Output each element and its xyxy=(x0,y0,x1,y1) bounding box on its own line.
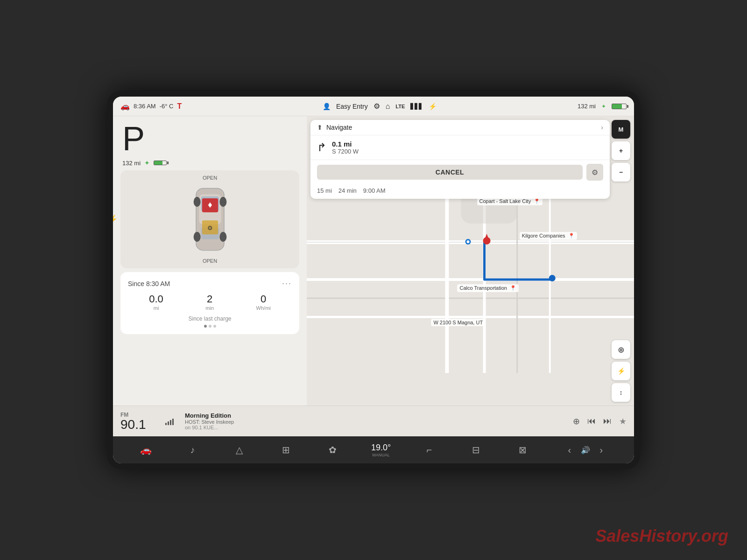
temperature-control: 19.0° MANUAL xyxy=(371,443,391,457)
stat-time-label: min xyxy=(205,305,214,311)
music-icon: ♪ xyxy=(190,445,195,455)
stat-distance-value: 0.0 xyxy=(149,293,163,305)
person-icon: 👤 xyxy=(323,103,331,110)
easy-entry-label[interactable]: Easy Entry xyxy=(336,103,368,110)
rear-defrost-icon: ⊟ xyxy=(472,444,480,455)
location-button[interactable]: ◎ xyxy=(612,340,630,359)
car-body-illustration: ♦ ⚙ xyxy=(187,184,233,254)
rear-defrost-button[interactable]: ⊟ xyxy=(468,444,485,455)
map-panel: Copart - Salt Lake City 📍 Kilgore Compan… xyxy=(307,116,634,406)
bottom-control-bar: 🚗 ♪ △ ⊞ ✿ 19.0° MANUAL ⌐ ⊟ xyxy=(113,436,634,463)
left-panel: P 132 mi ✦ OPEN OPEN xyxy=(113,116,307,406)
status-center: 👤 Easy Entry ⚙ ⌂ LTE ▋▋▋ ⚡ xyxy=(182,102,578,111)
battery-tip xyxy=(627,105,628,108)
page-dot-2 xyxy=(209,325,211,328)
seat-button[interactable]: ⌐ xyxy=(421,445,437,455)
audio-settings-button[interactable]: ⊕ xyxy=(573,416,580,427)
range-miles: 132 mi xyxy=(578,103,596,110)
media-show-name: Morning Edition xyxy=(185,412,565,419)
heat-button[interactable]: ⊞ xyxy=(278,444,295,455)
turn-arrow-icon: ↱ xyxy=(317,141,326,154)
temp-label: MANUAL xyxy=(372,453,390,457)
nav-actions-row: CANCEL ⚙ xyxy=(310,160,610,184)
front-defrost-button[interactable]: ⊠ xyxy=(514,444,531,455)
media-bar: FM 90.1 Morning Edition HOST: Steve Insk… xyxy=(113,406,634,436)
map-bottom-controls: ◎ ⚡ ↕ xyxy=(612,340,630,402)
car-button[interactable]: 🚗 xyxy=(137,444,154,455)
nav-time: 24 min xyxy=(338,187,357,194)
range-display: 132 mi xyxy=(122,160,141,167)
battery-inline xyxy=(154,161,167,165)
signal-bar-3 xyxy=(170,420,171,425)
nav-settings-button[interactable]: ⚙ xyxy=(586,164,603,181)
tesla-screen: 🚗 8:36 AM -6° C T 👤 Easy Entry ⚙ ⌂ LTE ▋… xyxy=(113,97,634,463)
page-dot-1 xyxy=(204,325,207,328)
charger-button[interactable]: ⚡ xyxy=(612,362,630,380)
cancel-button[interactable]: CANCEL xyxy=(317,165,583,180)
signal-bar-4 xyxy=(172,419,174,425)
copart-label: Copart - Salt Lake City xyxy=(479,198,531,204)
volume-down-button[interactable]: ‹ xyxy=(561,445,578,455)
park-label: P xyxy=(119,122,301,155)
map-label-calco: Calco Transportation 📍 xyxy=(457,284,519,292)
stat-time: 2 min xyxy=(205,293,214,311)
svg-point-4 xyxy=(193,197,200,207)
nav-miles: 15 mi xyxy=(317,187,332,194)
nav-chevron-icon[interactable]: › xyxy=(601,124,603,131)
stat-efficiency-label: Wh/mi xyxy=(256,305,271,311)
skip-back-button[interactable]: ⏮ xyxy=(587,416,596,426)
zoom-out-button[interactable]: − xyxy=(612,163,630,182)
favorite-button[interactable]: ★ xyxy=(619,416,627,427)
volume-up-button[interactable]: › xyxy=(593,445,610,455)
fm-info: FM 90.1 xyxy=(120,412,158,431)
signal-bar-2 xyxy=(168,421,169,425)
stat-distance: 0.0 mi xyxy=(149,293,163,311)
music-button[interactable]: ♪ xyxy=(184,445,201,455)
front-defrost-icon: ⊠ xyxy=(519,444,527,455)
svg-point-26 xyxy=(549,275,556,281)
copart-pin: 📍 xyxy=(534,198,540,204)
fan-button[interactable]: ✿ xyxy=(324,444,341,455)
fan-icon: ✿ xyxy=(329,444,337,455)
zoom-in-button[interactable]: + xyxy=(612,141,630,160)
status-time: 8:36 AM xyxy=(134,103,156,110)
svg-point-5 xyxy=(219,197,226,207)
nav-header-row: ⬆ Navigate › xyxy=(310,120,610,135)
charge-menu-dots[interactable]: ··· xyxy=(282,279,292,288)
direction-distance: 0.1 mi xyxy=(332,140,359,148)
calco-label: Calco Transportation xyxy=(459,285,507,291)
door-open-top: OPEN xyxy=(203,175,217,181)
navigation-button[interactable]: △ xyxy=(231,444,247,455)
svg-point-7 xyxy=(219,232,226,242)
status-bar: 🚗 8:36 AM -6° C T 👤 Easy Entry ⚙ ⌂ LTE ▋… xyxy=(113,97,634,116)
lte-badge: LTE xyxy=(395,104,405,109)
car-visualization: OPEN OPEN xyxy=(120,170,299,268)
svg-text:⚙: ⚙ xyxy=(207,224,213,231)
stat-time-value: 2 xyxy=(205,293,214,305)
charge-subtitle: Since last charge xyxy=(128,315,292,322)
svg-point-6 xyxy=(193,232,200,242)
charge-header: Since 8:30 AM ··· xyxy=(128,279,292,288)
settings-icon[interactable]: ⚙ xyxy=(374,102,380,111)
page-dot-3 xyxy=(213,325,216,328)
map-controls: M + − xyxy=(612,120,630,182)
battery-fill xyxy=(612,104,622,109)
map-label-w2100: W 2100 S Magna, UT xyxy=(431,319,485,326)
range-dot: ✦ xyxy=(144,159,150,167)
range-row: 132 mi ✦ xyxy=(119,159,301,167)
map-mode-button[interactable]: M xyxy=(612,120,630,139)
volume-icon: 🔊 xyxy=(581,446,590,455)
nav-direction-row: ↱ 0.1 mi S 7200 W xyxy=(310,135,610,160)
home-icon[interactable]: ⌂ xyxy=(386,102,390,111)
signal-bars xyxy=(165,418,174,425)
tesla-screen-frame: 🚗 8:36 AM -6° C T 👤 Easy Entry ⚙ ⌂ LTE ▋… xyxy=(107,91,640,469)
media-info: Morning Edition HOST: Steve Inskeep on 9… xyxy=(185,412,565,430)
volume-control: ‹ 🔊 › xyxy=(561,445,610,455)
nav-stats-row: 15 mi 24 min 9:00 AM xyxy=(310,184,610,199)
svg-point-28 xyxy=(466,240,469,243)
skip-forward-button[interactable]: ⏭ xyxy=(603,416,612,426)
station-frequency: 90.1 xyxy=(120,418,146,431)
direction-details: 0.1 mi S 7200 W xyxy=(332,140,359,155)
bluetooth-icon[interactable]: ⚡ xyxy=(429,103,437,110)
map-extra-button[interactable]: ↕ xyxy=(612,383,630,402)
